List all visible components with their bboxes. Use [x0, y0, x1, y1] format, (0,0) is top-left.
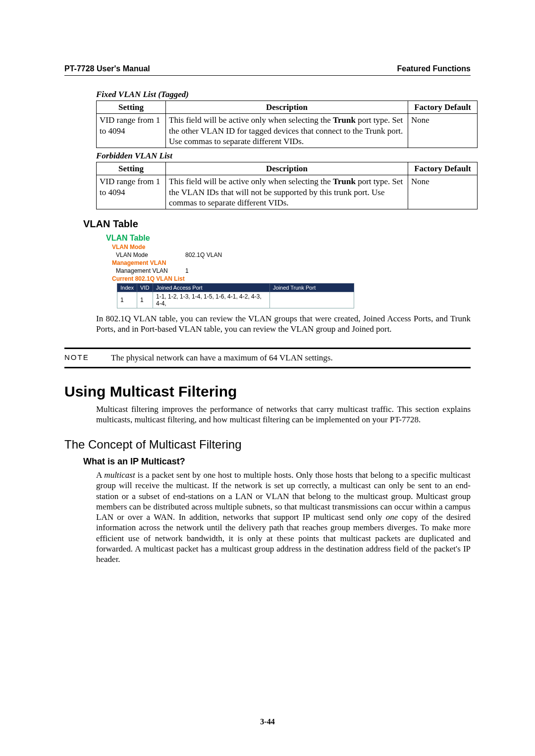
vlan-list-table: Index VID Joined Access Port Joined Trun… — [117, 283, 354, 308]
table1-setting: VID range from 1 to 4094 — [97, 114, 166, 148]
page-header: PT-7728 User's Manual Featured Functions — [64, 64, 471, 73]
table1-h2: Description — [166, 101, 408, 114]
page-number: 3-44 — [0, 717, 535, 726]
table2-setting: VID range from 1 to 4094 — [97, 175, 166, 209]
note-text: The physical network can have a maximum … — [111, 353, 333, 363]
note-box: NOTE The physical network can have a max… — [64, 348, 471, 368]
table1-h1: Setting — [97, 101, 166, 114]
multicast-definition-para: A multicast is a packet sent by one host… — [96, 470, 471, 564]
vlan-table-heading: VLAN Table — [83, 218, 471, 230]
header-left: PT-7728 User's Manual — [64, 64, 150, 73]
table1-caption: Fixed VLAN List (Tagged) — [96, 90, 471, 100]
vlan-shot-title: VLAN Table — [106, 234, 423, 243]
table1-desc: This field will be active only when sele… — [166, 114, 408, 148]
forbidden-vlan-table: Setting Description Factory Default VID … — [96, 162, 478, 209]
vlan-paragraph: In 802.1Q VLAN table, you can review the… — [96, 313, 471, 335]
table2-h2: Description — [166, 162, 408, 175]
header-rule — [64, 75, 471, 76]
table1-default: None — [408, 114, 478, 148]
mgmt-vlan-row: Management VLAN 1 — [116, 267, 423, 275]
table2-h3: Factory Default — [408, 162, 478, 175]
fixed-vlan-table: Setting Description Factory Default VID … — [96, 101, 478, 148]
current-vlan-list-section: Current 802.1Q VLAN List — [112, 275, 423, 282]
vlan-mode-section: VLAN Mode — [112, 244, 423, 251]
section-heading-multicast: Using Multicast Filtering — [64, 383, 471, 400]
subsubsection-whatis: What is an IP Multicast? — [83, 456, 471, 467]
table2-h1: Setting — [97, 162, 166, 175]
multicast-intro-para: Multicast filtering improves the perform… — [96, 404, 471, 425]
table1-h3: Factory Default — [408, 101, 478, 114]
mgmt-vlan-section: Management VLAN — [112, 259, 423, 266]
note-label: NOTE — [64, 353, 111, 363]
vlan-table-screenshot: VLAN Table VLAN Mode VLAN Mode 802.1Q VL… — [106, 233, 423, 311]
table2-default: None — [408, 175, 478, 209]
subsection-concept: The Concept of Multicast Filtering — [64, 438, 471, 452]
header-right: Featured Functions — [397, 64, 471, 73]
table2-caption: Forbidden VLAN List — [96, 151, 471, 161]
table2-desc: This field will be active only when sele… — [166, 175, 408, 209]
vlan-mode-row: VLAN Mode 802.1Q VLAN — [116, 251, 423, 259]
